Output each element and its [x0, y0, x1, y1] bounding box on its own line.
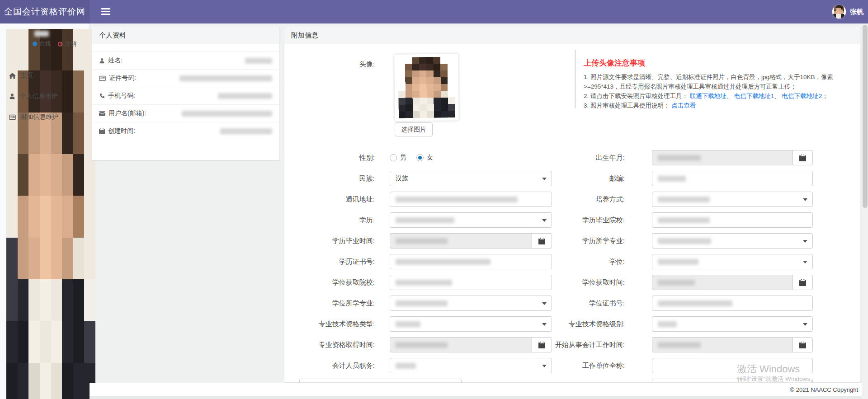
training-mode-select[interactable] [652, 192, 813, 207]
field-education-school: 学历毕业院校: [534, 212, 813, 228]
notice-item-3: 3. 照片审核处理工具使用说明： 点击查看 [584, 101, 845, 110]
field-degree: 学位: [534, 254, 813, 269]
logout-link[interactable]: 注销 [57, 40, 76, 48]
profile-row-created-time: 创建时间: [92, 122, 279, 140]
redacted-value [179, 75, 272, 81]
employer-name-input[interactable] [652, 358, 813, 373]
redacted-value [396, 197, 518, 202]
choose-image-button[interactable]: 选择图片 [395, 122, 433, 136]
redacted-value [658, 280, 695, 286]
redacted-value [658, 321, 677, 327]
calendar-picker-button[interactable] [793, 338, 812, 352]
degree-date-input[interactable] [652, 275, 813, 290]
redacted-value [658, 217, 710, 223]
profile-row-name: 姓名: [92, 52, 279, 69]
education-select[interactable] [390, 212, 552, 228]
clipped-input[interactable] [299, 379, 462, 383]
redacted-value [396, 238, 448, 244]
professional-title-type-select[interactable] [390, 316, 552, 332]
download-link-telecom-2[interactable]: 电信下载地址2 [782, 93, 822, 99]
calendar-icon [799, 342, 806, 348]
user-icon [9, 93, 15, 99]
user-name: 张帆 [850, 8, 863, 16]
gender-radio-male[interactable]: 男 [390, 154, 406, 162]
sidebar-item-home[interactable]: 主页 [0, 65, 89, 86]
avatar-field-label: 头像: [284, 60, 375, 69]
redacted-value [218, 93, 272, 99]
topbar-user[interactable]: 张帆 [832, 0, 863, 23]
redacted-value [396, 300, 448, 306]
redacted-value [396, 280, 452, 286]
additional-info-panel: 附加信息 头像: 选择图片 上传头像注意事项 1. 照片源文件要求是清晰、完整、… [284, 26, 860, 383]
calendar-picker-button[interactable] [793, 275, 812, 290]
field-training-mode: 培养方式: [534, 192, 813, 207]
redacted-value [658, 238, 711, 244]
field-nationality: 民族: 汉族 [284, 171, 552, 186]
user-icon [99, 58, 105, 64]
redacted-value [658, 155, 701, 161]
calendar-icon [799, 155, 806, 161]
sidebar-item-additional-info[interactable]: 附加信息维护 [0, 107, 89, 127]
scrollbar-track[interactable] [862, 23, 868, 399]
profile-row-id-number: 证件号码: [92, 69, 279, 87]
download-link-telecom-1[interactable]: 电信下载地址1 [734, 93, 774, 99]
field-accounting-position: 会计人员职务: [284, 358, 552, 373]
field-clipped-left [284, 379, 552, 383]
education-school-input[interactable] [652, 212, 813, 228]
field-degree-date: 学位获取时间: [534, 275, 813, 290]
sidebar-item-personal-info[interactable]: 个人信息维护 [0, 86, 89, 107]
envelope-icon [99, 111, 105, 116]
id-card-icon [99, 75, 106, 81]
notice-item-2: 2. 请点击下载安装照片审核处理工具： 联通下载地址、 电信下载地址1、 电信下… [584, 91, 845, 101]
education-graduation-date-input[interactable] [390, 233, 552, 249]
postal-code-input[interactable] [652, 171, 813, 186]
scrollbar-thumb[interactable] [863, 25, 868, 208]
calendar-picker-button[interactable] [793, 150, 812, 165]
professional-title-level-select[interactable] [652, 316, 813, 332]
personal-profile-panel: 个人资料 姓名: 证件号码: 手机号码: 用户名(邮箱): 创建时间: [92, 26, 279, 160]
nationality-select[interactable]: 汉族 [390, 171, 552, 186]
usage-guide-link[interactable]: 点击查看 [671, 102, 696, 109]
accounting-start-date-input[interactable] [652, 337, 813, 352]
bottom-strip [90, 396, 868, 399]
mailing-address-input[interactable] [390, 192, 552, 207]
calendar-icon [99, 128, 105, 134]
redacted-value [658, 259, 698, 265]
accounting-position-select[interactable] [390, 358, 552, 373]
online-status-icon [33, 42, 37, 46]
notice-divider [575, 50, 576, 108]
download-link-unicom[interactable]: 联通下载地址 [690, 93, 726, 99]
copyright-text: © 2021 NAACC Copyright [790, 386, 858, 393]
profile-panel-title: 个人资料 [92, 26, 279, 44]
footer [90, 383, 868, 396]
professional-title-date-input[interactable] [390, 337, 552, 352]
app-title: 全国会计资格评价网 [0, 0, 90, 23]
degree-select[interactable] [652, 254, 813, 269]
gender-radio-female[interactable]: 女 [416, 154, 433, 162]
birth-date-input[interactable] [652, 150, 813, 165]
profile-photo [394, 54, 459, 121]
menu-toggle-icon[interactable] [101, 8, 110, 15]
chevron-down-icon [803, 261, 807, 263]
field-degree-certificate-no: 学位证书号: [534, 296, 813, 311]
education-certificate-no-input[interactable] [390, 254, 552, 269]
field-postal-code: 邮编: [534, 171, 813, 186]
redacted-value [658, 342, 701, 348]
redacted-value [658, 197, 710, 202]
education-major-select[interactable] [652, 233, 813, 249]
redacted-value [658, 300, 732, 306]
profile-row-phone: 手机号码: [92, 87, 279, 104]
phone-icon [99, 93, 105, 99]
clipped-input[interactable] [652, 379, 813, 383]
chevron-down-icon [803, 240, 807, 243]
sidebar: 在线 注销 主页 个人信息维护 附加信息维护 [0, 23, 90, 399]
field-education-graduation-date: 学历毕业时间: [284, 233, 552, 249]
upload-notice: 上传头像注意事项 1. 照片源文件要求是清晰、完整、近期标准证件照片，白色背景，… [584, 58, 845, 110]
redacted-value [396, 321, 420, 327]
degree-school-input[interactable] [390, 275, 552, 290]
degree-certificate-no-input[interactable] [652, 296, 813, 311]
chevron-down-icon [803, 323, 807, 326]
degree-major-select[interactable] [390, 296, 552, 311]
top-header-bar: 全国会计资格评价网 张帆 [0, 0, 868, 23]
redacted-value [396, 363, 416, 369]
